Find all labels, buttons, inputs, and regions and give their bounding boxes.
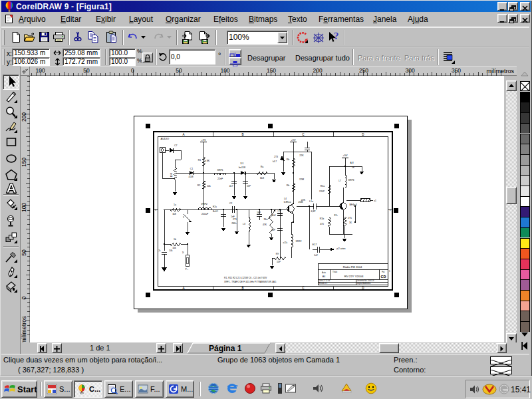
svg-text:B: B [241, 287, 243, 290]
svg-text:XRF2: XRF2 [296, 240, 302, 243]
svg-text:AUDIO: AUDIO [161, 137, 170, 140]
svg-text:XRF1: XRF1 [217, 169, 223, 172]
svg-text:250: 250 [359, 67, 368, 74]
svg-text:1f: 1f [182, 251, 184, 254]
svg-text:2T5: 2T5 [348, 217, 352, 219]
svg-text:10k: 10k [172, 247, 176, 249]
svg-text:L4: L4 [284, 198, 287, 200]
svg-text:1k8: 1k8 [172, 213, 176, 215]
svg-text:Ba1C: Ba1C [213, 210, 219, 213]
svg-text:Rb: Rb [287, 158, 289, 161]
svg-text:Rb: Rb [287, 184, 289, 187]
svg-text:Data 27.11.04: Data 27.11.04 [319, 279, 331, 282]
svg-text:100: 100 [36, 67, 45, 74]
svg-text:Ra: Ra [261, 166, 264, 168]
svg-text:E17: E17 [313, 243, 317, 246]
svg-text:R1a: R1a [321, 185, 325, 188]
svg-text:Auto: Auto [322, 271, 326, 274]
svg-text:22nF: 22nF [217, 178, 223, 180]
svg-text:a11c: a11c [283, 241, 288, 244]
svg-text:R1: R1 [198, 159, 201, 162]
svg-text:22M: 22M [299, 178, 304, 181]
svg-text:0: 0 [131, 67, 134, 74]
svg-text:100: 100 [220, 67, 229, 74]
svg-text:0: 0 [21, 296, 27, 299]
svg-text:B: B [241, 133, 243, 136]
svg-text:10k: 10k [169, 249, 173, 252]
svg-text:VRF2: VRF2 [201, 203, 207, 205]
svg-text:200: 200 [313, 67, 323, 74]
svg-text:milímetros: milímetros [486, 68, 514, 74]
svg-text:L1a: L1a [309, 200, 313, 203]
svg-text:L3: L3 [243, 223, 245, 225]
svg-text:+9V: +9V [201, 139, 206, 142]
svg-text:C1: C1 [190, 168, 194, 170]
svg-text:150: 150 [21, 158, 27, 167]
svg-text:50: 50 [176, 67, 182, 74]
svg-text:Desenho No. 2004-18: Desenho No. 2004-18 [357, 279, 374, 282]
svg-text:2T3: 2T3 [274, 156, 278, 158]
svg-text:CD: CD [381, 275, 386, 279]
svg-text:100: 100 [21, 203, 27, 212]
svg-text:Escala 1:1: Escala 1:1 [319, 282, 328, 285]
svg-text:2T1: 2T1 [233, 218, 237, 221]
svg-text:F--: F-- [186, 268, 189, 271]
svg-text:470: 470 [320, 223, 324, 225]
svg-text:47K: 47K [263, 223, 267, 226]
svg-text:R7c: R7c [334, 214, 338, 217]
svg-text:10k: 10k [207, 185, 211, 188]
svg-text:1a: 1a [174, 203, 176, 206]
svg-text:2c: 2c [158, 249, 161, 252]
svg-text:22K: 22K [299, 154, 304, 157]
svg-text:XRF3: XRF3 [348, 179, 354, 182]
svg-text:R1- R11 R2 L21 0,125W C6 - C1: R1- R11 R2 L21 0,125W C6 - C15 4n7/ 63V [224, 277, 267, 279]
svg-text:p/2 anten: p/2 anten [336, 247, 346, 250]
svg-text:Título: Título [332, 271, 337, 273]
svg-text:1uF: 1uF [272, 214, 276, 217]
svg-text:50: 50 [21, 249, 27, 256]
svg-text:+9V: +9V [343, 154, 348, 157]
svg-text:6,8P: 6,8P [311, 210, 317, 213]
svg-text:Fol.: Fol. [382, 271, 385, 273]
svg-text:L7: L7 [338, 180, 341, 182]
svg-text:2N2c: 2N2c [231, 222, 237, 225]
svg-text:350: 350 [452, 67, 461, 74]
svg-text:4148: 4148 [188, 176, 193, 178]
svg-text:D1: D1 [241, 162, 244, 165]
svg-text:3: 3 [183, 216, 184, 219]
svg-text:15P: 15P [277, 261, 281, 263]
svg-text:1K: 1K [352, 166, 355, 169]
svg-text:150: 150 [267, 67, 276, 74]
svg-text:6.8K1a: 6.8K1a [284, 201, 291, 203]
svg-text:XRF1 - TRAFO DE FI 455 kHz P/: XRF1 - TRAFO DE FI 455 kHz P/ TRANSISTOR… [224, 281, 277, 283]
svg-text:8K: 8K [207, 160, 210, 162]
svg-text:a1: a1 [374, 200, 376, 202]
svg-text:220P: 220P [319, 190, 325, 193]
svg-text:20M: 20M [299, 201, 303, 203]
svg-text:A4: A4 [323, 275, 325, 278]
svg-text:Rádio FM 2004: Rádio FM 2004 [343, 265, 362, 269]
svg-text:Rb: Rb [264, 218, 267, 221]
svg-text:E2a: E2a [213, 205, 217, 208]
svg-text:1: 1 [155, 209, 156, 211]
svg-text:1b: 1b [174, 238, 176, 241]
svg-text:10K: 10K [170, 172, 173, 177]
svg-text:1: 1 [390, 209, 391, 211]
svg-text:k4.7: k4.7 [273, 160, 277, 163]
svg-text:15P: 15P [247, 185, 251, 188]
svg-text:50: 50 [83, 67, 90, 74]
svg-text:ba158: ba158 [239, 166, 245, 169]
svg-text:300: 300 [406, 67, 415, 74]
svg-text:6k8: 6k8 [260, 177, 264, 180]
svg-text:R2: R2 [198, 184, 201, 187]
svg-text:C2: C2 [229, 202, 233, 205]
svg-text:A,8: A,8 [350, 162, 353, 164]
svg-text:1nF: 1nF [314, 254, 318, 257]
svg-text:18P: 18P [257, 211, 261, 214]
svg-text:220uF: 220uF [201, 213, 209, 215]
svg-text:C7: C7 [174, 144, 178, 147]
svg-text:10P: 10P [271, 229, 276, 231]
svg-text:?: ? [334, 31, 339, 41]
svg-text:200: 200 [21, 112, 27, 122]
svg-text:milímetros: milímetros [21, 316, 27, 342]
